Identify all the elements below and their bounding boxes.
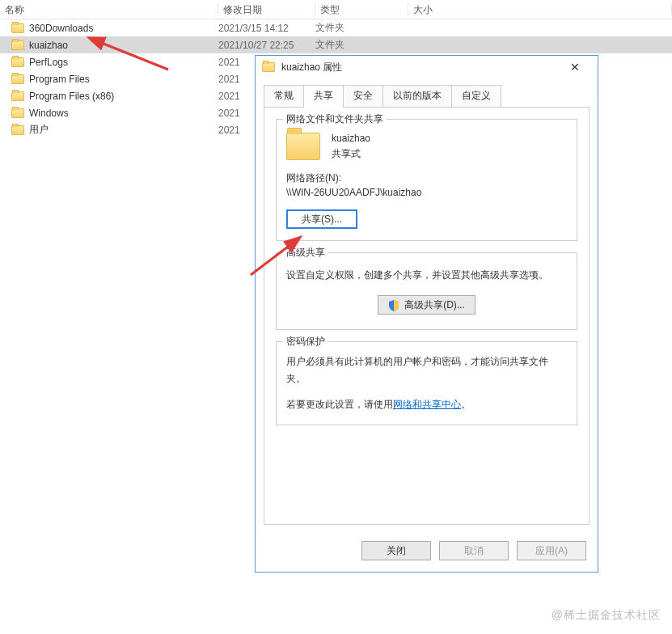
file-name: Windows [29,108,69,119]
col-header-size[interactable]: 大小 [408,0,672,19]
dialog-title: kuaizhao 属性 [281,61,552,74]
password-text-2: 若要更改此设置，请使用网络和共享中心。 [286,396,567,414]
folder-icon [11,125,24,135]
network-path-label: 网络路径(N): [286,171,567,185]
advanced-share-button-label: 高级共享(D)... [404,296,465,314]
network-path-value: \\WIN-26UU20AADFJ\kuaizhao [286,187,567,198]
dialog-buttons: 关闭 取消 应用(A) [256,533,598,572]
file-name: Program Files [29,74,90,85]
close-icon[interactable]: ✕ [559,61,591,74]
advanced-desc: 设置自定义权限，创建多个共享，并设置其他高级共享选项。 [286,268,567,283]
file-name: PerfLogs [29,57,68,68]
properties-dialog: kuaizhao 属性 ✕ 常规 共享 安全 以前的版本 自定义 网络文件和文件… [255,55,598,573]
column-headers: 名称 修改日期 类型 大小 [0,0,672,19]
titlebar: kuaizhao 属性 ✕ [256,56,598,78]
folder-icon [11,57,24,67]
folder-icon [11,91,24,101]
group-network-sharing: 网络文件和文件夹共享 kuaizhao 共享式 网络路径(N): \\WIN-2… [276,119,577,241]
group-title-advanced: 高级共享 [283,246,328,260]
watermark: @稀土掘金技术社区 [552,608,661,623]
tab-general[interactable]: 常规 [264,85,304,107]
group-title-sharing: 网络文件和文件夹共享 [283,112,387,126]
col-header-date[interactable]: 修改日期 [218,0,315,19]
apply-button[interactable]: 应用(A) [517,541,586,560]
file-name: 360Downloads [29,23,93,34]
file-date: 2021/3/15 14:12 [218,23,315,34]
table-row[interactable]: 360Downloads2021/3/15 14:12文件夹 [0,19,672,36]
file-type: 文件夹 [315,21,408,35]
advanced-share-button[interactable]: 高级共享(D)... [378,295,475,315]
table-row[interactable]: kuaizhao2021/10/27 22:25文件夹 [0,36,672,53]
tab-panel-sharing: 网络文件和文件夹共享 kuaizhao 共享式 网络路径(N): \\WIN-2… [264,107,590,525]
shield-icon [388,299,399,311]
cancel-button[interactable]: 取消 [439,541,509,560]
folder-icon [11,40,24,50]
tabs: 常规 共享 安全 以前的版本 自定义 [256,78,598,107]
file-name: 用户 [29,123,49,137]
group-advanced-sharing: 高级共享 设置自定义权限，创建多个共享，并设置其他高级共享选项。 高级共享(D)… [276,252,577,329]
tab-sharing[interactable]: 共享 [304,85,344,108]
file-type: 文件夹 [315,38,408,52]
share-status: 共享式 [332,146,370,162]
group-title-password: 密码保护 [283,335,328,349]
file-date: 2021/10/27 22:25 [218,40,315,51]
folder-icon [11,74,24,84]
folder-icon [262,62,275,72]
share-button[interactable]: 共享(S)... [286,209,357,229]
share-folder-name: kuaizhao [332,131,370,146]
tab-security[interactable]: 安全 [344,85,383,107]
folder-large-icon [286,133,320,160]
network-sharing-center-link[interactable]: 网络和共享中心 [393,399,461,410]
file-name: kuaizhao [29,40,68,51]
folder-icon [11,108,24,118]
col-header-type[interactable]: 类型 [315,0,408,19]
password-text-1: 用户必须具有此计算机的用户帐户和密码，才能访问共享文件夹。 [286,353,567,388]
col-header-name[interactable]: 名称 [0,0,218,19]
tab-custom[interactable]: 自定义 [452,85,501,107]
group-password-protection: 密码保护 用户必须具有此计算机的用户帐户和密码，才能访问共享文件夹。 若要更改此… [276,341,577,426]
tab-previous-versions[interactable]: 以前的版本 [383,85,452,107]
folder-icon [11,23,24,33]
close-button[interactable]: 关闭 [361,541,431,560]
file-name: Program Files (x86) [29,91,114,102]
